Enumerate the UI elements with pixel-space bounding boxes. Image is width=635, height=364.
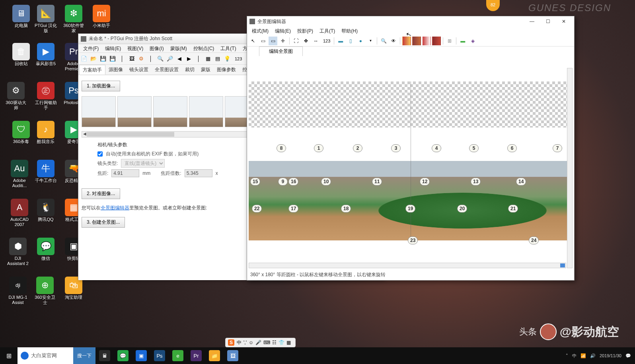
taskbar-app[interactable]: Ps	[150, 347, 169, 364]
image-number-tag[interactable]: 9	[278, 178, 288, 186]
image-number-tag[interactable]: 2	[353, 144, 362, 152]
ime-item[interactable]: ','	[243, 340, 247, 345]
tab[interactable]: 裁切	[182, 65, 198, 75]
blend4-icon[interactable]	[432, 37, 441, 45]
image-number-tag[interactable]: 10	[321, 178, 331, 186]
blend3-icon[interactable]	[422, 37, 431, 45]
vertical-scrollbar[interactable]	[567, 68, 573, 268]
desktop-icon[interactable]: ▶暴风影音5	[33, 43, 58, 66]
desktop-icon[interactable]: ⬢DJI Assistant 2	[6, 238, 30, 266]
numbers-toggle[interactable]: 123	[233, 55, 244, 63]
zoom-icon[interactable]: 🔍	[379, 37, 388, 45]
ime-item[interactable]: 👕	[279, 340, 284, 345]
desktop-icon[interactable]: AuAdobe Auditi...	[7, 160, 32, 188]
grid-icon[interactable]: ⊞	[445, 37, 454, 45]
image-number-tag[interactable]: 17	[288, 205, 298, 213]
desktop-icon[interactable]: AAutoCAD 2007	[7, 199, 32, 227]
thumbnail[interactable]	[117, 96, 152, 127]
table-icon[interactable]: ▤	[214, 55, 222, 63]
menu-item[interactable]: 控制点(C)	[190, 44, 218, 52]
ime-item[interactable]: ▦	[286, 340, 291, 345]
image-number-tag[interactable]: 20	[457, 205, 467, 213]
image-number-tag[interactable]: 6	[507, 144, 517, 152]
pano-titlebar[interactable]: 全景图编辑器 — ☐ ✕	[247, 16, 574, 27]
image-number-tag[interactable]: 23	[408, 236, 418, 244]
panorama-editor-link[interactable]: 全景图编辑器	[101, 205, 129, 211]
minimize-button[interactable]: —	[524, 17, 540, 26]
move-icon[interactable]: ▭	[259, 37, 267, 45]
desktop-icon[interactable]: 🐧腾讯QQ	[33, 199, 58, 222]
taskbar-app[interactable]: 🖼	[224, 347, 242, 364]
desktop-icon[interactable]: ❇360软件管家	[61, 5, 86, 33]
tab[interactable]: 镜头设置	[126, 65, 152, 75]
image-number-tag[interactable]: 13	[471, 178, 481, 186]
bulb-icon[interactable]: 💡	[223, 55, 231, 63]
horizontal-scrollbar[interactable]	[249, 263, 566, 268]
desktop-icon[interactable]: 📐PTGui 汉化版	[33, 5, 58, 33]
taskbar-app[interactable]: e	[169, 347, 187, 364]
grid-icon[interactable]: ▦	[204, 55, 212, 63]
desktop-icon[interactable]: ㊣工行网银助手	[33, 82, 58, 110]
pointer-icon[interactable]: ↖	[249, 37, 257, 45]
image-number-tag[interactable]: 24	[529, 236, 539, 244]
tray-ime-icon[interactable]: 中	[572, 353, 577, 359]
ime-item[interactable]: 🎤	[255, 340, 261, 345]
create-panorama-button[interactable]: 3. 创建全景图...	[82, 217, 125, 228]
select-icon[interactable]: ▭	[269, 37, 277, 45]
numbers-icon[interactable]: 123	[321, 37, 332, 45]
sphere-icon[interactable]: ●	[356, 37, 365, 45]
image-number-tag[interactable]: 4	[432, 144, 441, 152]
system-tray[interactable]: ˄ 中 📶 🔊 2019/11/30 💬	[562, 353, 635, 359]
image-number-tag[interactable]: 22	[252, 205, 262, 213]
zoom-out-icon[interactable]: 🔎	[166, 55, 174, 63]
image-number-tag[interactable]: 3	[391, 144, 401, 152]
add-image-icon[interactable]: 🖼	[128, 55, 136, 63]
desktop-icon[interactable]: 🖥此电脑	[9, 5, 33, 28]
tray-volume-icon[interactable]: 🔊	[590, 353, 596, 358]
edit-panorama-tab[interactable]: 编辑全景图	[259, 46, 303, 56]
center-icon[interactable]: ✥	[302, 37, 310, 45]
menu-item[interactable]: 工具(T)	[217, 44, 239, 52]
desktop-icon[interactable]: ⊕360安全卫士	[33, 277, 57, 305]
pano-canvas[interactable]: 812345671591610111213142217181920212324	[249, 58, 573, 272]
ime-toolbar[interactable]: S 中','☺🎤⌨☷👕▦	[225, 338, 296, 347]
saveas-icon[interactable]: 💾	[109, 55, 117, 63]
tab[interactable]: 蒙版	[198, 65, 214, 75]
blend2-icon[interactable]	[412, 37, 421, 45]
ime-item[interactable]: ⌨	[263, 340, 270, 345]
settings-icon[interactable]: ⚙	[137, 55, 145, 63]
layer-icon[interactable]: ▬	[458, 37, 467, 45]
taskbar-app[interactable]: ▣	[132, 347, 150, 364]
notifications-icon[interactable]: 💬	[625, 353, 631, 358]
desktop-icon[interactable]: mi小米助手	[89, 5, 114, 28]
ime-item[interactable]: ☷	[272, 340, 277, 345]
taskbar-app[interactable]: 🖩	[95, 347, 114, 364]
thumbnail[interactable]	[82, 96, 116, 127]
thumbnail[interactable]	[189, 96, 223, 127]
load-images-button[interactable]: 1. 加载图像...	[82, 81, 120, 91]
blend1-icon[interactable]	[402, 37, 411, 45]
taskbar-app[interactable]: 💬	[114, 347, 132, 364]
image-number-tag[interactable]: 15	[250, 178, 260, 186]
desktop-icon[interactable]: 💬微信	[33, 238, 58, 261]
desktop-icon[interactable]: ⚙360驱动大师	[4, 82, 28, 110]
desktop-icon[interactable]: 🗑回收站	[9, 43, 33, 66]
focal-input[interactable]	[111, 169, 139, 177]
multiplier-input[interactable]	[185, 169, 212, 177]
zoom-in-icon[interactable]: 🔍	[156, 55, 164, 63]
image-number-tag[interactable]: 5	[469, 144, 479, 152]
screen-icon[interactable]: ▬	[336, 37, 345, 45]
menu-item[interactable]: 蒙版(M)	[167, 44, 190, 52]
menu-item[interactable]: 帮助(H)	[338, 27, 361, 35]
menu-item[interactable]: 文件(F)	[80, 44, 102, 52]
image-number-tag[interactable]: 1	[314, 144, 323, 152]
open-icon[interactable]: 📂	[90, 55, 97, 63]
image-number-tag[interactable]: 8	[277, 144, 286, 152]
ime-item[interactable]: ☺	[249, 340, 253, 345]
next-icon[interactable]: ▶	[185, 55, 193, 63]
tab[interactable]: 全景图设置	[152, 65, 182, 75]
tray-up-icon[interactable]: ˄	[566, 353, 568, 358]
tray-wifi-icon[interactable]: 📶	[580, 353, 586, 358]
menu-item[interactable]: 视图(V)	[124, 44, 146, 52]
image-number-tag[interactable]: 14	[516, 178, 526, 186]
